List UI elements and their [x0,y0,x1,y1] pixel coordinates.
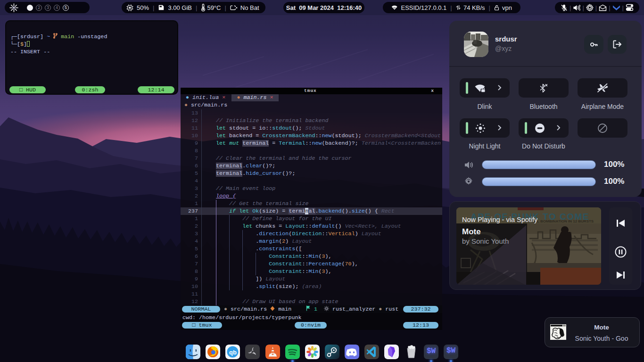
svg-text:qb: qb [229,349,237,356]
